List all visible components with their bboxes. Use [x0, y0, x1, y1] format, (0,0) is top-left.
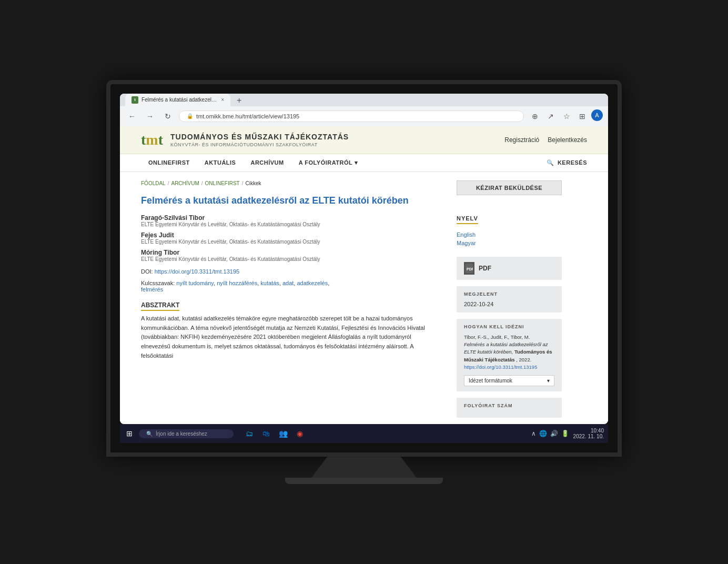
language-links: English Magyar [457, 231, 562, 246]
author-2-name: Fejes Judit [141, 231, 436, 239]
breadcrumb-current: Cikkek [246, 180, 261, 186]
site-navigation: ONLINEFIRST AKTUÁLIS ARCHÍVUM A FOLYÓIRA… [120, 154, 608, 172]
volume-icon: 🔊 [550, 430, 558, 437]
abstract-text: A kutatási adat, kutatási adatkezelés té… [141, 314, 436, 360]
doi-line: DOI: https://doi.org/10.3311/tmt.13195 [141, 268, 436, 275]
system-clock: 10:40 2022. 11. 10. [573, 428, 604, 439]
battery-icon: 🔋 [561, 430, 569, 437]
keyword-nyilt-hozzaferes[interactable]: nyílt hozzáférés [217, 280, 257, 286]
taskbar-app-teams[interactable]: 👥 [276, 426, 290, 441]
browser-tab[interactable]: t Felmérés a kutatási adatkezelés: × × [125, 94, 230, 106]
citation-label: HOGYAN KELL IDÉZNI [464, 324, 554, 329]
header-actions: Regisztráció Bejelentkezés [504, 136, 587, 144]
breadcrumb-archivum[interactable]: ARCHÍVUM [171, 180, 199, 186]
nav-item-onlinefirst[interactable]: ONLINEFIRST [141, 154, 197, 172]
site-header: tmt TUDOMÁNYOS ÉS MŰSZAKI TÁJÉKOZTATÁS K… [120, 126, 608, 154]
citation-dropdown-label: Idézet formátumok [469, 378, 512, 384]
citation-text-2: , 2022. [516, 357, 531, 362]
taskbar-app-store[interactable]: 🛍 [259, 426, 274, 441]
register-link[interactable]: Regisztráció [504, 136, 539, 144]
page-content: tmt TUDOMÁNYOS ÉS MŰSZAKI TÁJÉKOZTATÁS K… [120, 126, 608, 424]
nav-item-archivum[interactable]: ARCHÍVUM [243, 154, 291, 172]
published-label: MEGJELENT [464, 291, 554, 297]
tab-title: Felmérés a kutatási adatkezelés: × [141, 97, 218, 103]
author-2-affil: ELTE Egyetemi Könyvtár és Levéltár, Okta… [141, 239, 436, 245]
taskbar-app-explorer[interactable]: 🗂 [242, 426, 257, 441]
login-link[interactable]: Bejelentkezés [548, 136, 587, 144]
keyword-felmeres[interactable]: felmérés [141, 286, 163, 293]
keywords-line: Kulcsszavak: nyílt tudomány, nyílt hozzá… [141, 280, 436, 293]
citation-box: HOGYAN KELL IDÉZNI Tibor, F.-S., Judit, … [457, 319, 562, 391]
back-button[interactable]: ← [125, 109, 139, 123]
share-icon[interactable]: ↗ [544, 109, 558, 123]
windows-start-button[interactable]: ⊞ [124, 428, 135, 439]
keyword-nyilt-tudomany[interactable]: nyílt tudomány [176, 280, 214, 286]
nav-item-folyoiratrol[interactable]: A FOLYÓIRATRÓL ▾ [291, 154, 365, 172]
tab-close-button[interactable]: × [221, 97, 224, 103]
site-logo: tmt [141, 133, 163, 147]
logo-area: tmt TUDOMÁNYOS ÉS MŰSZAKI TÁJÉKOZTATÁS K… [141, 133, 349, 147]
refresh-button[interactable]: ↻ [161, 109, 175, 123]
breadcrumb: FŐOLDAL / ARCHÍVUM / ONLINEFIRST / Cikke… [141, 180, 436, 186]
doi-label: DOI: [141, 268, 153, 275]
abstract-label: ABSZTRAKT [141, 301, 179, 311]
doi-link[interactable]: https://doi.org/10.3311/tmt.13195 [155, 268, 239, 275]
submit-manuscript-button[interactable]: KÉZIRAT BEKÜLDÉSE [457, 180, 562, 195]
citation-doi: https://doi.org/10.3311/tmt.13195 [464, 364, 537, 370]
nav-item-aktualis[interactable]: AKTUÁLIS [197, 154, 244, 172]
site-title-main: TUDOMÁNYOS ÉS MŰSZAKI TÁJÉKOZTATÁS [170, 133, 349, 141]
citation-format-dropdown[interactable]: Idézet formátumok ▾ [464, 375, 554, 386]
svg-text:PDF: PDF [467, 267, 473, 271]
chevron-up-icon: ∧ [531, 430, 536, 437]
article-area: FŐOLDAL / ARCHÍVUM / ONLINEFIRST / Cikke… [141, 172, 446, 424]
monitor-base [285, 478, 443, 484]
keyword-adatkezeles[interactable]: adatkezelés [297, 280, 328, 286]
system-tray-icons: ∧ 🌐 🔊 🔋 [531, 430, 569, 437]
new-tab-button[interactable]: + [232, 95, 246, 106]
keyword-kutatas[interactable]: kutatás [260, 280, 279, 286]
taskbar-apps: 🗂 🛍 👥 ◉ [242, 426, 307, 441]
taskbar: ⊞ 🔍 Írjon ide a kereséshez 🗂 🛍 👥 ◉ ∧ 🌐 🔊 [120, 424, 608, 443]
main-layout: FŐOLDAL / ARCHÍVUM / ONLINEFIRST / Cikke… [120, 172, 608, 424]
dropdown-arrow-icon: ▾ [547, 378, 550, 384]
author-3: Móring Tibor ELTE Egyetemi Könyvtár és L… [141, 249, 436, 262]
citation-content: Tibor, F.-S., Judit, F., Tibor, M. Felmé… [464, 334, 554, 371]
lang-english[interactable]: English [457, 231, 562, 238]
browser-toolbar: ← → ↻ 🔒 tmt.omikk.bme.hu/tmt/article/vie… [120, 106, 608, 126]
pdf-download-button[interactable]: PDF PDF [464, 262, 554, 275]
clock-time: 10:40 [573, 428, 604, 434]
zoom-icon[interactable]: ⊕ [528, 109, 542, 123]
tab-bar: t Felmérés a kutatási adatkezelés: × × + [120, 94, 608, 106]
address-url: tmt.omikk.bme.hu/tmt/article/view/13195 [196, 113, 299, 119]
pdf-label: PDF [479, 265, 491, 272]
author-3-affil: ELTE Egyetemi Könyvtár és Levéltár, Okta… [141, 256, 436, 262]
language-section-title: NYELV [457, 215, 478, 224]
journal-section-label: FOLYÓIRAT SZÁM [464, 403, 554, 408]
keyword-adat[interactable]: adat [282, 280, 294, 286]
published-box: MEGJELENT 2022-10-24 [457, 286, 562, 313]
extensions-icon[interactable]: ⊞ [575, 109, 589, 123]
lang-magyar[interactable]: Magyar [457, 240, 562, 246]
tab-favicon: t [132, 96, 138, 104]
security-icon: 🔒 [187, 113, 193, 119]
journal-number-box: FOLYÓIRAT SZÁM [457, 398, 562, 418]
breadcrumb-home[interactable]: FŐOLDAL [141, 180, 166, 186]
author-1-name: Faragó-Szilvási Tibor [141, 214, 436, 221]
bookmark-icon[interactable]: ☆ [560, 109, 573, 123]
profile-icon[interactable]: A [591, 109, 603, 121]
search-label: KERESÉS [558, 159, 587, 166]
taskbar-search[interactable]: 🔍 Írjon ide a kereséshez [139, 429, 234, 438]
published-date: 2022-10-24 [464, 301, 554, 307]
author-1-affil: ELTE Egyetemi Könyvtár és Levéltár, Okta… [141, 221, 436, 227]
breadcrumb-onlinefirst[interactable]: ONLINEFIRST [205, 180, 240, 186]
forward-button[interactable]: → [143, 109, 157, 123]
taskbar-app-chrome[interactable]: ◉ [292, 426, 307, 441]
search-button[interactable]: 🔍 KERESÉS [547, 159, 587, 166]
pdf-icon: PDF [464, 262, 474, 275]
address-bar[interactable]: 🔒 tmt.omikk.bme.hu/tmt/article/view/1319… [179, 110, 524, 122]
site-title-area: TUDOMÁNYOS ÉS MŰSZAKI TÁJÉKOZTATÁS KÖNYV… [170, 133, 349, 147]
taskbar-right: ∧ 🌐 🔊 🔋 10:40 2022. 11. 10. [531, 428, 604, 439]
clock-date: 2022. 11. 10. [573, 434, 604, 439]
right-sidebar: KÉZIRAT BEKÜLDÉSE NYELV English Magyar [446, 172, 562, 424]
nav-items: ONLINEFIRST AKTUÁLIS ARCHÍVUM A FOLYÓIRA… [141, 154, 365, 172]
